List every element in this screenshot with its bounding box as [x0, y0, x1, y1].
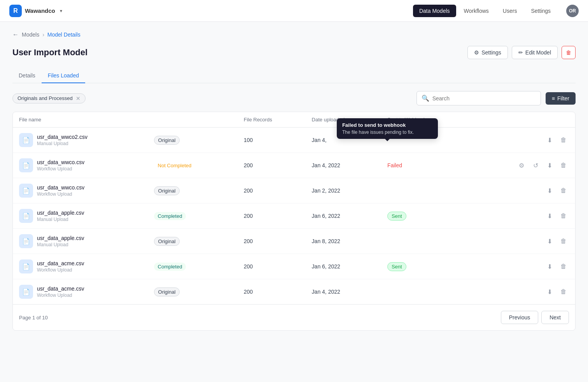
delete-row-button[interactable]: 🗑: [558, 135, 569, 145]
file-icon: 📄: [19, 234, 33, 248]
file-icon: 📄: [19, 158, 33, 172]
table-row: 📄 usr_data_apple.csv Manual Upload Origi…: [13, 229, 575, 254]
file-source: Workflow Upload: [37, 166, 84, 172]
col-status: [148, 112, 238, 128]
webhook-cell-1: Failed to send to webhook The file have …: [381, 128, 466, 153]
records-cell-2: 200: [238, 153, 306, 178]
records-cell-3: 200: [238, 178, 306, 203]
download-button[interactable]: ⬇: [544, 261, 555, 272]
col-file-records: File Records: [238, 112, 306, 128]
edit-model-button[interactable]: ✏ Edit Model: [512, 46, 558, 59]
org-chevron-icon[interactable]: ▾: [60, 8, 62, 14]
search-box: 🔍: [416, 91, 541, 105]
webhook-cell-7: [381, 279, 466, 305]
search-icon: 🔍: [422, 95, 429, 102]
header-actions: ⚙ Settings ✏ Edit Model 🗑: [467, 46, 576, 59]
gear-action-button[interactable]: ⚙: [516, 160, 527, 171]
breadcrumb-current: Model Details: [47, 32, 80, 38]
status-badge: Original: [154, 186, 180, 195]
sent-badge: Sent: [387, 262, 406, 271]
actions-cell-6: ⬇🗑: [466, 254, 575, 279]
col-actions: [466, 112, 575, 128]
date-cell-2: Jan 4, 2022: [306, 153, 381, 178]
filter-button[interactable]: ≡ Filter: [546, 92, 576, 105]
delete-row-button[interactable]: 🗑: [558, 185, 569, 196]
next-button[interactable]: Next: [541, 311, 569, 324]
download-button[interactable]: ⬇: [544, 236, 555, 247]
nav-links: Data Models Workflows Users Settings: [413, 5, 557, 17]
nav-users[interactable]: Users: [497, 5, 523, 17]
status-badge: Original: [154, 136, 180, 145]
status-cell-2: Not Completed: [148, 153, 238, 178]
previous-button[interactable]: Previous: [501, 311, 538, 324]
nav-settings[interactable]: Settings: [525, 5, 557, 17]
avatar[interactable]: OR: [566, 5, 579, 17]
col-sent-to-webhook: Sent to Webhook: [381, 112, 466, 128]
file-icon: 📄: [19, 209, 33, 223]
page-title: User Import Model: [12, 47, 467, 58]
table-body: 📄 usr_data_wwco2.csv Manual Upload Origi…: [13, 128, 575, 305]
file-cell-3: 📄 usr_data_wwco.csv Workflow Upload: [13, 178, 148, 203]
webhook-cell-6: Sent: [381, 254, 466, 279]
search-input[interactable]: [432, 95, 536, 102]
file-name: usr_data_apple.csv: [37, 210, 84, 216]
status-cell-5: Original: [148, 229, 238, 254]
file-icon: 📄: [19, 259, 33, 273]
file-source: Workflow Upload: [37, 267, 84, 273]
delete-row-button[interactable]: 🗑: [558, 286, 569, 297]
table-row: 📄 usr_data_acme.csv Workflow Upload Orig…: [13, 279, 575, 305]
download-button[interactable]: ⬇: [544, 135, 555, 145]
filter-tag-originals: Originals and Processed ✕: [12, 93, 86, 103]
file-name: usr_data_wwco.csv: [37, 159, 84, 165]
file-name: usr_data_apple.csv: [37, 235, 84, 241]
file-name: usr_data_wwco2.csv: [37, 134, 88, 140]
tabs: Details Files Loaded: [12, 68, 576, 83]
status-badge: Original: [154, 237, 180, 246]
actions-cell-7: ⬇🗑: [466, 279, 575, 305]
page-info: Page 1 of 10: [19, 315, 501, 321]
table-row: 📄 usr_data_apple.csv Manual Upload Compl…: [13, 203, 575, 229]
delete-row-button[interactable]: 🗑: [558, 160, 569, 171]
breadcrumb-parent[interactable]: Models: [22, 32, 39, 38]
table-header: File name File Records Date uploaded Sen…: [13, 112, 575, 128]
app-logo: R: [9, 5, 22, 17]
download-button[interactable]: ⬇: [544, 185, 555, 196]
nav-data-models[interactable]: Data Models: [413, 5, 456, 17]
actions-cell-4: ⬇🗑: [466, 203, 575, 229]
date-cell-3: Jan 2, 2022: [306, 178, 381, 203]
webhook-cell-2: Failed: [381, 153, 466, 178]
filter-bar: Originals and Processed ✕ 🔍 ≡ Filter: [12, 91, 576, 105]
tab-details[interactable]: Details: [12, 68, 42, 83]
settings-button[interactable]: ⚙ Settings: [467, 46, 508, 59]
status-cell-3: Original: [148, 178, 238, 203]
delete-row-button[interactable]: 🗑: [558, 236, 569, 247]
gear-icon: ⚙: [474, 49, 479, 56]
tab-files-loaded[interactable]: Files Loaded: [42, 68, 85, 83]
delete-button[interactable]: 🗑: [562, 46, 576, 59]
nav-workflows[interactable]: Workflows: [458, 5, 495, 17]
status-cell-7: Original: [148, 279, 238, 305]
records-cell-6: 200: [238, 254, 306, 279]
file-source: Manual Upload: [37, 242, 84, 247]
download-button[interactable]: ⬇: [544, 210, 555, 221]
file-name: usr_data_acme.csv: [37, 286, 84, 292]
download-button[interactable]: ⬇: [544, 286, 555, 297]
delete-row-button[interactable]: 🗑: [558, 261, 569, 272]
filter-tag-remove[interactable]: ✕: [76, 95, 80, 102]
file-cell-6: 📄 usr_data_acme.csv Workflow Upload: [13, 254, 148, 279]
table-row: 📄 usr_data_acme.csv Workflow Upload Comp…: [13, 254, 575, 279]
download-button[interactable]: ⬇: [544, 160, 555, 171]
col-file-name: File name: [13, 112, 148, 128]
refresh-button[interactable]: ↺: [530, 160, 541, 171]
sent-badge: Sent: [387, 212, 406, 221]
breadcrumb-back-arrow[interactable]: ←: [12, 31, 19, 38]
status-badge: Not Completed: [154, 161, 196, 170]
file-cell-5: 📄 usr_data_apple.csv Manual Upload: [13, 229, 148, 254]
actions-cell-2: ⚙↺⬇🗑: [466, 153, 575, 178]
webhook-cell-3: [381, 178, 466, 203]
webhook-cell-5: [381, 229, 466, 254]
file-name: usr_data_acme.csv: [37, 260, 84, 266]
records-cell-5: 200: [238, 229, 306, 254]
delete-row-button[interactable]: 🗑: [558, 210, 569, 221]
table-row: 📄 usr_data_wwco2.csv Manual Upload Origi…: [13, 128, 575, 153]
